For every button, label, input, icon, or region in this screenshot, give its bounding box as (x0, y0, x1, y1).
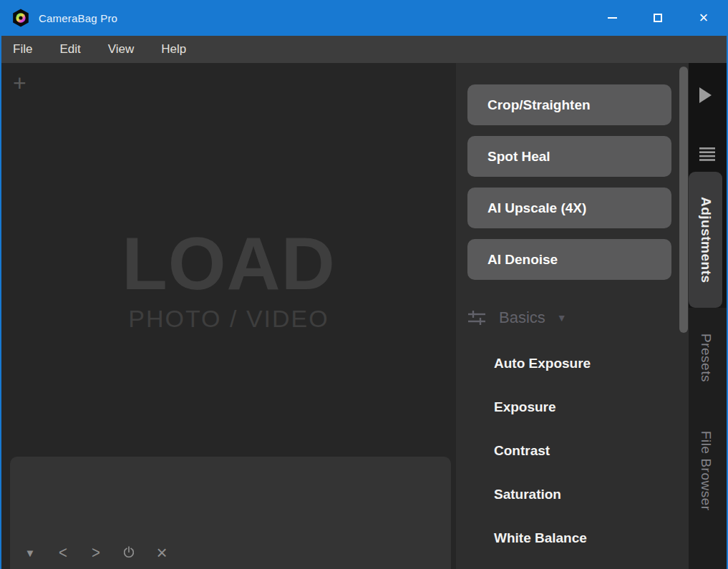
watermark-subtitle: PHOTO / VIDEO (122, 305, 336, 333)
minimize-icon (608, 17, 617, 19)
adjustment-white-balance[interactable]: White Balance (467, 516, 689, 560)
crop-straighten-button[interactable]: Crop/Straighten (467, 84, 671, 125)
minimize-button[interactable] (589, 0, 635, 36)
tab-adjustments-label: Adjustments (698, 197, 714, 283)
adjustment-exposure[interactable]: Exposure (467, 385, 689, 429)
maximize-icon (654, 14, 662, 22)
basics-section-label: Basics (499, 308, 545, 327)
basics-section-header[interactable]: Basics ▼ (467, 308, 689, 327)
adjustment-auto-exposure[interactable]: Auto Exposure (467, 341, 689, 385)
main-content: + LOAD PHOTO / VIDEO ▼ < > × (1, 63, 727, 569)
side-tab-strip: Adjustments Presets File Browser (689, 63, 727, 569)
adjustment-saturation[interactable]: Saturation (467, 472, 689, 516)
filmstrip-panel: ▼ < > × (10, 457, 451, 569)
maximize-button[interactable] (635, 0, 681, 36)
tab-adjustments[interactable]: Adjustments (689, 172, 722, 308)
close-button[interactable]: × (681, 0, 727, 36)
menu-edit[interactable]: Edit (59, 42, 80, 57)
tab-file-browser-label: File Browser (698, 431, 714, 511)
load-watermark: LOAD PHOTO / VIDEO (122, 226, 336, 333)
app-logo-icon (11, 9, 30, 27)
tab-presets[interactable]: Presets (689, 329, 722, 386)
ai-upscale-button[interactable]: AI Upscale (4X) (467, 188, 671, 228)
ai-denoise-button[interactable]: AI Denoise (467, 239, 671, 280)
previous-icon[interactable]: < (57, 544, 69, 561)
adjustment-contrast[interactable]: Contrast (467, 429, 689, 472)
next-icon[interactable]: > (90, 544, 102, 561)
adjustments-list: Auto Exposure Exposure Contrast Saturati… (467, 341, 689, 560)
power-icon[interactable] (122, 545, 136, 560)
spot-heal-button[interactable]: Spot Heal (467, 136, 671, 177)
filmstrip-dropdown-icon[interactable]: ▼ (23, 547, 37, 559)
list-icon[interactable] (699, 147, 716, 165)
menu-bar: File Edit View Help (1, 36, 727, 63)
tab-file-browser[interactable]: File Browser (689, 422, 722, 520)
chevron-down-icon: ▼ (557, 312, 567, 324)
sliders-icon (467, 308, 486, 327)
photo-canvas[interactable]: + LOAD PHOTO / VIDEO ▼ < > × (1, 63, 456, 569)
window-title: CameraBag Pro (39, 12, 117, 24)
title-bar: CameraBag Pro × (1, 0, 727, 36)
menu-file[interactable]: File (13, 42, 32, 57)
tab-presets-label: Presets (698, 334, 714, 382)
panel-scrollbar-thumb[interactable] (679, 67, 688, 333)
filmstrip-controls: ▼ < > × (23, 543, 169, 562)
menu-view[interactable]: View (108, 42, 135, 57)
remove-icon[interactable]: × (155, 543, 169, 562)
play-icon[interactable] (699, 87, 712, 103)
window-controls: × (589, 0, 727, 36)
watermark-title: LOAD (122, 226, 336, 301)
app-window: CameraBag Pro × File Edit View Help + LO… (0, 0, 728, 569)
adjustments-panel: Crop/Straighten Spot Heal AI Upscale (4X… (456, 63, 689, 569)
menu-help[interactable]: Help (161, 42, 186, 57)
add-photo-icon[interactable]: + (13, 72, 26, 94)
